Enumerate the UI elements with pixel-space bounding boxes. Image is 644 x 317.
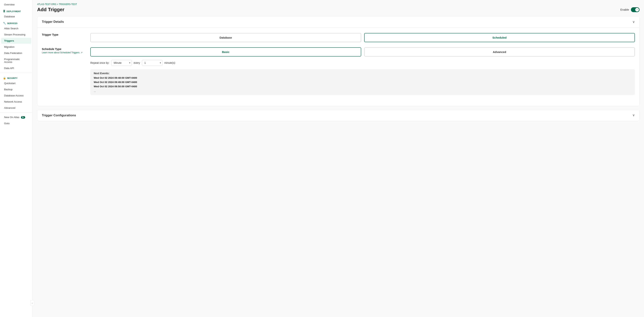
sidebar-deployment-section: 🗄 DEPLOYMENT: [0, 8, 32, 13]
page-title-row: Add Trigger Enable ✓: [37, 7, 640, 12]
scheduled-type-button[interactable]: Scheduled: [364, 33, 635, 42]
repeat-once-by-label: Repeat once by:: [90, 61, 110, 64]
sidebar-item-migration[interactable]: Migration: [1, 44, 31, 50]
minute-select-wrapper: Minute ▾: [111, 60, 132, 66]
sidebar-item-new-on-atlas[interactable]: New On Atlas 9+: [1, 114, 31, 120]
sidebar-item-database[interactable]: Database: [1, 13, 31, 19]
page-title: Add Trigger: [37, 7, 64, 12]
services-icon: 🔧: [3, 22, 6, 25]
toggle-knob: ✓: [635, 8, 639, 11]
trigger-details-card: Trigger Details ∨ Trigger Type Database …: [37, 16, 640, 106]
sidebar-item-data-api[interactable]: Data API: [1, 65, 31, 71]
database-type-button[interactable]: Database: [90, 33, 361, 42]
interval-select-wrapper: 1 ▾: [142, 60, 162, 66]
sidebar-item-goto[interactable]: Goto: [1, 120, 31, 126]
every-label: every: [134, 61, 140, 64]
trigger-details-title: Trigger Details: [42, 20, 64, 24]
trigger-details-card-header[interactable]: Trigger Details ∨: [37, 16, 639, 27]
enable-toggle-row: Enable ✓: [620, 7, 640, 12]
next-event-1: Wed Oct 02 2024 09:48:00 GMT-0400: [94, 76, 632, 80]
minute-select[interactable]: Minute: [111, 60, 132, 66]
trigger-type-controls: Database Scheduled: [90, 33, 635, 42]
trigger-type-label: Trigger Type: [42, 33, 90, 36]
sidebar-security-section: 🔒 SECURITY: [0, 74, 32, 80]
enable-toggle[interactable]: ✓: [631, 7, 640, 12]
sidebar-item-database-access[interactable]: Database Access: [1, 93, 31, 98]
external-link-icon: ↗: [81, 51, 82, 54]
schedule-type-label: Schedule Type: [42, 47, 90, 50]
sidebar-item-data-federation[interactable]: Data Federation: [1, 50, 31, 56]
trigger-type-row: Trigger Type Database Scheduled: [42, 33, 635, 42]
schedule-type-row: Schedule Type Learn more about Scheduled…: [42, 47, 635, 95]
repeat-row: Repeat once by: Minute ▾ every 1: [90, 60, 635, 66]
next-events-ellipsis: ...: [94, 89, 632, 92]
breadcrumb-separator: >: [56, 3, 58, 5]
breadcrumb: ATLAS-TEST-ORG > TRIGGERS-TEST: [37, 3, 640, 5]
sidebar: Overview 🗄 DEPLOYMENT Database 🔧 SERVICE…: [0, 0, 33, 317]
sidebar-item-quickstart[interactable]: Quickstart: [1, 80, 31, 86]
new-on-atlas-badge: 9+: [21, 116, 25, 119]
schedule-type-label-col: Schedule Type Learn more about Scheduled…: [42, 47, 90, 54]
breadcrumb-org[interactable]: ATLAS-TEST-ORG: [37, 3, 56, 5]
sidebar-item-backup[interactable]: Backup: [1, 86, 31, 92]
sidebar-collapse-button[interactable]: ‹: [30, 300, 33, 306]
sidebar-item-triggers[interactable]: Triggers: [1, 38, 31, 44]
minutes-suffix-label: minute(s): [164, 61, 175, 64]
learn-more-link[interactable]: Learn more about Scheduled Triggers. ↗: [42, 51, 90, 54]
next-events-box: Next Events: Wed Oct 02 2024 09:48:00 GM…: [90, 69, 635, 95]
basic-schedule-button[interactable]: Basic: [90, 47, 361, 56]
trigger-details-chevron: ∨: [632, 20, 635, 24]
trigger-type-label-col: Trigger Type: [42, 33, 90, 36]
schedule-type-buttons: Basic Advanced: [90, 47, 635, 56]
sidebar-services-section: 🔧 SERVICES: [0, 19, 32, 25]
main-content: ATLAS-TEST-ORG > TRIGGERS-TEST Add Trigg…: [33, 0, 644, 317]
advanced-schedule-button[interactable]: Advanced: [364, 47, 635, 56]
next-events-title: Next Events:: [94, 72, 632, 75]
trigger-configurations-card: Trigger Configurations ∧: [37, 110, 640, 121]
interval-select[interactable]: 1: [142, 60, 162, 66]
next-event-3: Wed Oct 02 2024 09:50:00 GMT-0400: [94, 84, 632, 89]
enable-label: Enable: [620, 8, 629, 11]
sidebar-item-overview[interactable]: Overview: [1, 2, 31, 7]
sidebar-item-stream-processing[interactable]: Stream Processing: [1, 32, 31, 37]
deployment-icon: 🗄: [3, 10, 6, 13]
sidebar-item-programmatic-access[interactable]: Programmatic Access: [1, 56, 31, 65]
sidebar-item-network-access[interactable]: Network Access: [1, 99, 31, 105]
schedule-controls: Basic Advanced Repeat once by: Minute ▾ …: [90, 47, 635, 95]
trigger-configurations-card-header[interactable]: Trigger Configurations ∧: [37, 110, 639, 121]
sidebar-item-advanced[interactable]: Advanced: [1, 105, 31, 111]
sidebar-item-atlas-search[interactable]: Atlas Search: [1, 25, 31, 31]
security-icon: 🔒: [3, 77, 6, 79]
trigger-configurations-chevron: ∧: [632, 113, 635, 117]
breadcrumb-cluster[interactable]: TRIGGERS-TEST: [59, 3, 77, 5]
trigger-details-body: Trigger Type Database Scheduled Schedule…: [37, 27, 639, 106]
trigger-configurations-title: Trigger Configurations: [42, 114, 76, 117]
next-event-2: Wed Oct 02 2024 09:49:00 GMT-0400: [94, 80, 632, 84]
